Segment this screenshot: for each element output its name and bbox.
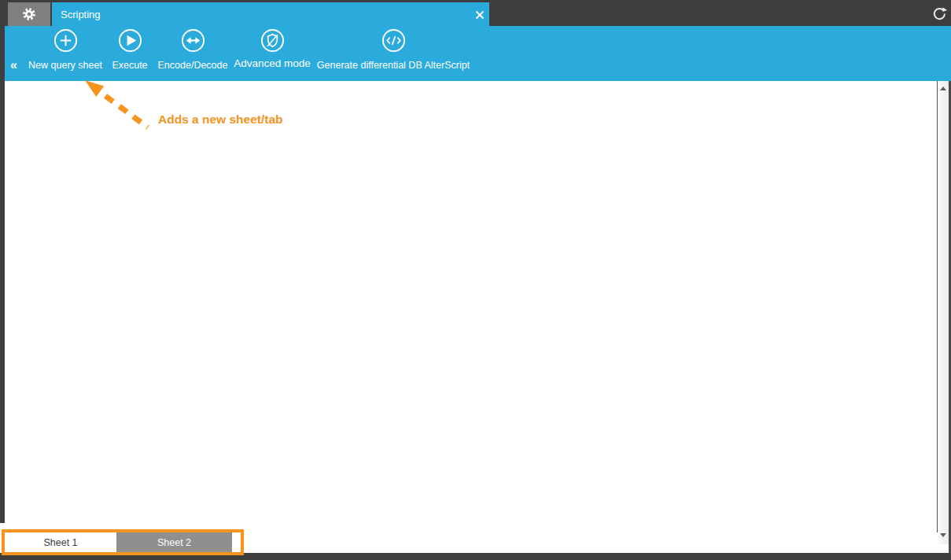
new-query-sheet-label: New query sheet xyxy=(28,60,102,72)
plus-circle-icon xyxy=(53,28,78,53)
window-bottom-edge xyxy=(0,553,951,560)
sheet-tab-1-label: Sheet 1 xyxy=(43,537,77,548)
sheet-tab-1[interactable]: Sheet 1 xyxy=(5,532,116,553)
encode-decode-button[interactable]: Encode/Decode xyxy=(149,28,236,72)
execute-label: Execute xyxy=(112,60,147,72)
scroll-down-icon[interactable] xyxy=(938,529,949,541)
toolbar: « New query sheet Execute Encode/Decode xyxy=(5,26,951,81)
sheet-tab-2[interactable]: Sheet 2 xyxy=(116,532,232,553)
tab-bar: Scripting xyxy=(0,0,951,26)
tab-scripting[interactable]: Scripting xyxy=(52,2,489,26)
settings-tab[interactable] xyxy=(8,2,50,26)
code-circle-icon xyxy=(382,28,406,53)
gear-icon xyxy=(21,6,37,22)
advanced-mode-label: Advanced mode xyxy=(234,57,311,69)
collapse-toolbar-chevron[interactable]: « xyxy=(10,59,17,72)
encode-decode-label: Encode/Decode xyxy=(158,60,228,72)
sheet-tab-2-label: Sheet 2 xyxy=(157,537,191,548)
new-query-sheet-button[interactable]: New query sheet xyxy=(20,28,111,72)
vertical-scrollbar[interactable] xyxy=(938,81,949,544)
scroll-up-icon[interactable] xyxy=(938,83,949,94)
generate-alterscript-button[interactable]: Generate differential DB AlterScript xyxy=(303,28,484,72)
annotation-text: Adds a new sheet/tab xyxy=(158,112,282,127)
close-icon[interactable] xyxy=(474,9,486,21)
shield-off-circle-icon xyxy=(260,28,285,53)
tab-scripting-label: Scripting xyxy=(61,9,101,20)
refresh-icon[interactable] xyxy=(931,6,947,22)
generate-alterscript-label: Generate differential DB AlterScript xyxy=(317,60,470,72)
query-sheet-editor[interactable] xyxy=(5,81,937,532)
sheet-tab-bar: Sheet 1 Sheet 2 xyxy=(0,532,937,553)
play-circle-icon xyxy=(118,28,142,53)
swap-arrows-circle-icon xyxy=(181,28,205,53)
